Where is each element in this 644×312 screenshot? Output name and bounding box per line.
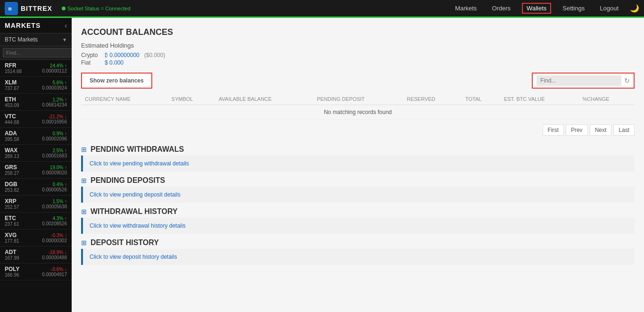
withdrawal-history-body: Click to view withdrawal history details [81,218,635,234]
main-layout: MARKETS ‹ BTC Markets ▼ ⇅ RFR 1514.68 24… [0,18,644,312]
sidebar-item-left: GRS 258.27 [5,164,19,176]
sidebar-item-right: 4.3% ↑ 0.00208526 [42,216,67,226]
sidebar-item-name: POLY [5,266,20,272]
sidebar-item-btc: 0.00003924 [42,85,67,90]
sidebar-item-btc: 0.00004917 [42,272,67,277]
sidebar-item-left: XRP 252.57 [5,198,19,210]
sidebar-item-price: 453.09 [5,103,19,108]
sidebar-item-left: ETC 237.61 [5,215,19,227]
deposit-history-link[interactable]: Click to view deposit history details [90,254,177,260]
sidebar-item[interactable]: RFR 1514.68 24.4% ↑ 0.00000112 [0,60,72,77]
next-page-button[interactable]: Next [590,124,612,136]
prev-page-button[interactable]: Prev [566,124,588,136]
sidebar-item[interactable]: ETH 453.09 1.2% ↑ 0.06814234 [0,94,72,111]
sidebar-item-name: RFR [5,62,22,69]
sidebar-item[interactable]: WAX 289.13 2.5% ↑ 0.00001683 [0,145,72,162]
pending-withdrawals-section: ⊞ PENDING WITHDRAWALS Click to view pend… [81,145,635,172]
sidebar-item-left: ETH 453.09 [5,96,19,108]
pending-deposits-link[interactable]: Click to view pending deposit details [90,191,181,198]
deposit-history-header[interactable]: ⊞ DEPOSIT HISTORY [81,238,635,247]
sidebar-item-name: DGB [5,181,19,188]
sidebar-collapse-icon[interactable]: ‹ [65,22,67,29]
pending-deposits-title: PENDING DEPOSITS [91,176,165,185]
withdrawal-history-link[interactable]: Click to view withdrawal history details [90,222,185,229]
sidebar-item-name: XLM [5,79,19,86]
table-header: PENDING DEPOSIT [313,93,403,105]
table-header: AVAILABLE BALANCE [215,93,313,105]
sidebar-item-btc: 0.00001683 [42,153,67,158]
table-header: TOTAL [462,93,500,105]
sidebar-item-price: 444.68 [5,120,19,125]
sidebar-item[interactable]: XVG 177.81 -0.3% ↓ 0.00000302 [0,230,72,246]
sidebar-list: RFR 1514.68 24.4% ↑ 0.00000112 XLM 737.6… [0,60,72,312]
sidebar-item-right: -18.9% ↓ 0.00000488 [42,250,67,260]
nav-logout[interactable]: Logout [596,3,622,14]
sidebar-item-right: 5.6% ↑ 0.00003924 [42,80,67,90]
account-balances-section: ACCOUNT BALANCES Estimated Holdings Cryp… [81,27,635,136]
sidebar-search-input[interactable] [3,48,72,57]
sidebar-item[interactable]: XRP 252.57 1.5% ↑ 0.00005638 [0,196,72,213]
sidebar-item-price: 252.57 [5,205,19,210]
sidebar-item-change: 1.5% ↑ [52,199,67,204]
sidebar-item[interactable]: ADA 395.58 0.9% ↑ 0.00002096 [0,128,72,145]
find-input[interactable] [537,75,621,86]
content-area: ACCOUNT BALANCES Estimated Holdings Cryp… [72,18,644,312]
refresh-icon[interactable]: ↻ [624,77,630,84]
table-header: EST. BTC VALUE [500,93,579,105]
first-page-button[interactable]: First [543,124,564,136]
moon-icon[interactable]: 🌙 [630,4,639,13]
sidebar-item-btc: 0.00009020 [42,170,67,175]
sidebar-item-btc: 0.00000302 [42,238,67,243]
balances-toolbar: Show zero balances ↻ [81,73,635,89]
market-selector[interactable]: BTC Markets ▼ [0,33,72,46]
sidebar-item-price: 253.82 [5,188,19,193]
sidebar-item-change: 5.6% ↑ [52,80,67,85]
nav-links: Markets Orders Wallets Settings Logout 🌙 [451,3,639,14]
sidebar-item-price: 237.61 [5,222,19,227]
sidebar-item-btc: 0.00016956 [42,119,67,124]
market-selector-arrow-icon: ▼ [62,37,67,42]
sidebar-item[interactable]: VTC 444.68 -21.2% ↓ 0.00016956 [0,111,72,128]
deposit-history-expand-icon[interactable]: ⊞ [81,239,87,246]
svg-text:B: B [8,6,12,11]
pending-deposits-body: Click to view pending deposit details [81,187,635,203]
sidebar-item[interactable]: DGB 253.82 0.4% ↑ 0.00000526 [0,179,72,196]
show-zero-balances-button[interactable]: Show zero balances [81,73,152,89]
sidebar-item-left: VTC 444.68 [5,113,19,125]
withdrawal-history-expand-icon[interactable]: ⊞ [81,208,87,215]
sidebar-item-name: ETC [5,215,19,222]
pending-withdrawals-header[interactable]: ⊞ PENDING WITHDRAWALS [81,145,635,154]
withdrawal-history-header[interactable]: ⊞ WITHDRAWAL HISTORY [81,207,635,216]
crypto-value: ₿ 0.00000000 [105,52,140,58]
sidebar-item-right: 24.4% ↑ 0.00000112 [42,63,67,74]
sidebar-item[interactable]: XLM 737.67 5.6% ↑ 0.00003924 [0,77,72,94]
deposit-history-title: DEPOSIT HISTORY [91,238,159,247]
no-records-text: No matching records found [81,105,635,120]
sidebar-item[interactable]: ADT 167.99 -18.9% ↓ 0.00000488 [0,246,72,263]
balances-table-head: CURRENCY NAMESYMBOLAVAILABLE BALANCEPEND… [81,93,635,105]
sidebar-item-change: -0.3% ↓ [51,233,67,238]
pending-withdrawals-expand-icon[interactable]: ⊞ [81,146,87,153]
sidebar-item-right: 0.4% ↑ 0.00000526 [42,182,67,192]
sidebar-item-change: -21.2% ↓ [49,114,67,119]
table-header: SYMBOL [168,93,215,105]
sidebar-item-right: -0.6% ↓ 0.00004917 [42,267,67,277]
logo-icon: B [5,2,18,15]
logo: B BITTREX [5,2,52,15]
sidebar-item-right: 1.5% ↑ 0.00005638 [42,199,67,209]
last-page-button[interactable]: Last [613,124,635,136]
pending-withdrawals-link[interactable]: Click to view pending withdrawal details [90,160,189,167]
sidebar-item-left: WAX 289.13 [5,147,19,159]
sidebar-item-name: ADT [5,249,19,255]
pending-deposits-expand-icon[interactable]: ⊞ [81,177,87,184]
nav-orders[interactable]: Orders [488,3,514,14]
withdrawal-history-section: ⊞ WITHDRAWAL HISTORY Click to view withd… [81,207,635,234]
sidebar-item[interactable]: POLY 166.96 -0.6% ↓ 0.00004917 [0,263,72,280]
nav-wallets[interactable]: Wallets [522,3,551,14]
deposit-history-section: ⊞ DEPOSIT HISTORY Click to view deposit … [81,238,635,265]
sidebar-item[interactable]: ETC 237.61 4.3% ↑ 0.00208526 [0,213,72,230]
sidebar-item[interactable]: GRS 258.27 19.0% ↑ 0.00009020 [0,162,72,179]
nav-markets[interactable]: Markets [451,3,480,14]
pending-deposits-header[interactable]: ⊞ PENDING DEPOSITS [81,176,635,185]
nav-settings[interactable]: Settings [559,3,588,14]
